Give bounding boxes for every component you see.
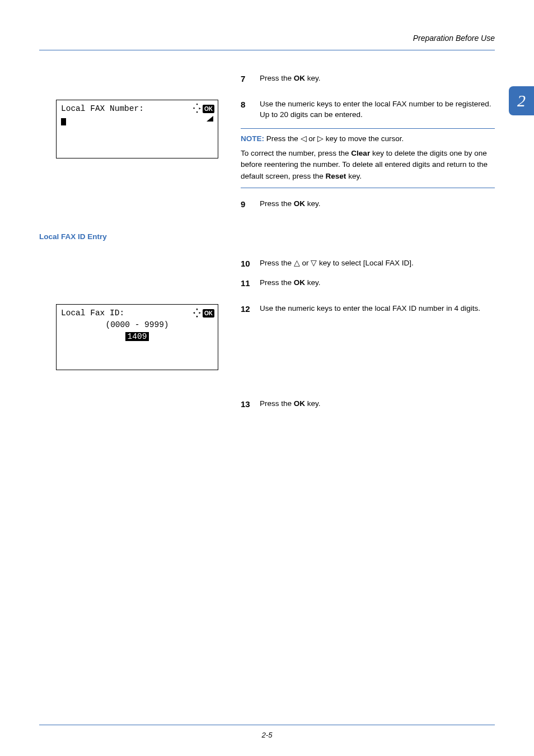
lcd-value: 1409 bbox=[61, 332, 213, 342]
ok-icon: OK bbox=[203, 105, 214, 113]
lcd-range: (0000 - 9999) bbox=[61, 320, 213, 330]
section-heading-local-fax-id: Local FAX ID Entry bbox=[39, 232, 495, 241]
step-text: Press the OK key. bbox=[260, 398, 495, 410]
step-num: 7 bbox=[241, 73, 260, 85]
ok-icon: OK bbox=[203, 309, 214, 318]
step-num: 10 bbox=[241, 258, 260, 270]
step-text: Use the numeric keys to enter the local … bbox=[260, 303, 495, 315]
step-text: Use the numeric keys to enter the local … bbox=[260, 99, 495, 120]
step-9: 9 Press the OK key. bbox=[241, 198, 495, 211]
signal-icon bbox=[207, 116, 213, 122]
note-block: NOTE: Press the ◁ or ▷ key to move the c… bbox=[241, 133, 495, 144]
lcd-title: Local FAX Number: bbox=[61, 104, 144, 113]
step-13: 13 Press the OK key. bbox=[241, 398, 495, 410]
lcd-fax-number: Local FAX Number: ▪ ▪ ▸ ▪ OK bbox=[56, 100, 218, 158]
note-rule bbox=[241, 128, 495, 129]
cursor-icon bbox=[61, 118, 66, 125]
step-num: 8 bbox=[241, 99, 260, 120]
dpad-icon: ▪ ▪ ▸ ▪ bbox=[193, 103, 202, 115]
footer-rule bbox=[39, 725, 495, 725]
page-number: 2-5 bbox=[0, 731, 534, 739]
step-11: 11 Press the OK key. bbox=[241, 277, 495, 290]
step-7: 7 Press the OK key. bbox=[241, 73, 495, 85]
lcd-title: Local Fax ID: bbox=[61, 309, 124, 318]
step-num: 9 bbox=[241, 198, 260, 211]
step-8: 8 Use the numeric keys to enter the loca… bbox=[241, 99, 495, 120]
header-rule bbox=[39, 50, 495, 50]
step-num: 12 bbox=[241, 303, 260, 315]
step-12: 12 Use the numeric keys to enter the loc… bbox=[241, 303, 495, 315]
lcd-fax-id: Local Fax ID: ▴◂ ▸▾ OK (0000 - 9999) 140… bbox=[56, 304, 218, 370]
step-num: 13 bbox=[241, 398, 260, 410]
running-header: Preparation Before Use bbox=[413, 34, 495, 43]
note-label: NOTE: bbox=[241, 134, 266, 143]
step-text: Press the OK key. bbox=[260, 198, 495, 211]
step-num: 11 bbox=[241, 277, 260, 290]
dpad-icon: ▴◂ ▸▾ bbox=[193, 307, 202, 319]
step-10: 10 Press the △ or ▽ key to select [Local… bbox=[241, 258, 495, 270]
note-body: To correct the number, press the Clear k… bbox=[241, 148, 495, 182]
step-text: Press the OK key. bbox=[260, 73, 495, 85]
note-rule bbox=[241, 188, 495, 188]
step-text: Press the OK key. bbox=[260, 277, 495, 290]
chapter-tab: 2 bbox=[509, 86, 534, 115]
step-text: Press the △ or ▽ key to select [Local FA… bbox=[260, 258, 495, 270]
